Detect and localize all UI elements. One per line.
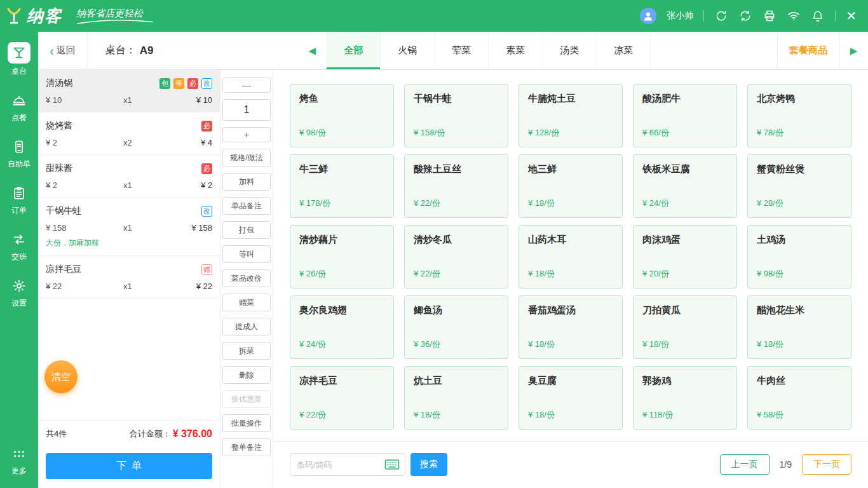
place-order-button[interactable]: 下单 [46, 453, 212, 479]
table-number: A9 [140, 44, 154, 57]
toolbar-button[interactable]: 删除 [222, 366, 271, 384]
user-avatar[interactable] [640, 8, 656, 24]
menu-item-card[interactable]: 干锅牛蛙 ¥ 158/份 [404, 84, 508, 147]
sidebar-item-order[interactable]: 点餐 [0, 86, 38, 128]
menu-item-price: ¥ 18/份 [642, 339, 728, 350]
badge-modified: 改 [201, 206, 212, 217]
menu-item-card[interactable]: 鲫鱼汤 ¥ 36/份 [404, 295, 508, 359]
menu-item-name: 奥尔良鸡翅 [299, 304, 384, 316]
menu-item-price: ¥ 36/份 [414, 339, 499, 350]
category-tab[interactable]: 素菜 [489, 32, 543, 69]
handover-icon[interactable] [714, 9, 728, 23]
menu-item-card[interactable]: 牛腩炖土豆 ¥ 128/份 [519, 84, 623, 147]
spacer [171, 32, 297, 69]
order-item[interactable]: 甜辣酱 必 ¥ 2 x1 ¥ 2 [38, 155, 220, 198]
toolbar-button[interactable]: 加料 [222, 173, 271, 191]
menu-item-name: 鲫鱼汤 [414, 304, 499, 316]
menu-item-price: ¥ 22/份 [414, 198, 499, 209]
menu-item-card[interactable]: 地三鲜 ¥ 18/份 [519, 154, 623, 218]
menu-item-price: ¥ 24/份 [299, 339, 384, 350]
sidebar-item-tables[interactable]: 桌台 [0, 37, 38, 82]
sync-icon[interactable] [738, 9, 752, 23]
order-item[interactable]: 清汤锅 包 等 必 改 ¥ 10 x1 ¥ 10 [38, 70, 220, 112]
qty-minus-button[interactable]: — [222, 78, 271, 93]
close-icon[interactable]: ✕ [846, 10, 857, 22]
menu-item-card[interactable]: 炕土豆 ¥ 18/份 [404, 366, 508, 430]
sidebar-item-label: 点餐 [11, 112, 27, 123]
menu-item-card[interactable]: 郭扬鸡 ¥ 118/份 [633, 366, 737, 430]
menu-item-card[interactable]: 铁板米豆腐 ¥ 24/份 [633, 154, 737, 218]
bell-icon [8, 91, 30, 110]
order-item[interactable]: 烧烤酱 必 ¥ 2 x2 ¥ 4 [38, 112, 220, 155]
toolbar-button[interactable]: 拆菜 [222, 342, 271, 360]
menu-item-card[interactable]: 牛肉丝 ¥ 58/份 [747, 366, 851, 430]
brand-logo-text: 纳客 [27, 5, 62, 27]
category-tab[interactable]: 火锅 [381, 32, 435, 69]
printer-icon[interactable] [763, 9, 776, 23]
chevron-left-icon: ‹ [50, 44, 54, 57]
tabs-scroll-right-icon[interactable]: ▶ [839, 32, 868, 69]
toolbar-button[interactable]: 整单备注 [222, 438, 271, 456]
prev-page-button[interactable]: 上一页 [720, 454, 770, 475]
sidebar-item-label: 更多 [11, 466, 27, 477]
tabs-scroll-left-icon[interactable]: ◀ [297, 32, 327, 69]
menu-item-card[interactable]: 牛三鲜 ¥ 178/份 [290, 154, 394, 218]
menu-item-card[interactable]: 北京烤鸭 ¥ 78/份 [747, 84, 851, 147]
wifi-icon[interactable] [787, 9, 801, 23]
menu-item-card[interactable]: 烤鱼 ¥ 98/份 [290, 84, 394, 147]
menu-item-card[interactable]: 臭豆腐 ¥ 18/份 [519, 366, 623, 430]
order-item-price: ¥ 2 [46, 138, 123, 147]
order-item[interactable]: 凉拌毛豆 赠 ¥ 22 x1 ¥ 22 [38, 256, 220, 299]
toolbar-button[interactable]: 等叫 [222, 245, 271, 263]
clear-order-button[interactable]: 清空 [44, 360, 78, 393]
category-tab[interactable]: 汤类 [543, 32, 597, 69]
menu-item-card[interactable]: 奥尔良鸡翅 ¥ 24/份 [290, 295, 394, 359]
menu-item-card[interactable]: 刀拍黄瓜 ¥ 18/份 [633, 295, 737, 359]
toolbar-button[interactable]: 菜品改价 [222, 269, 271, 287]
category-tab[interactable]: 荤菜 [435, 32, 489, 69]
toolbar-button[interactable]: 批量操作 [222, 414, 271, 432]
menu-item-card[interactable]: 番茄鸡蛋汤 ¥ 18/份 [519, 295, 623, 359]
category-tab[interactable]: 凉菜 [597, 32, 651, 69]
menu-item-card[interactable]: 清炒冬瓜 ¥ 22/份 [404, 225, 508, 288]
toolbar-button[interactable]: 单品备注 [222, 197, 271, 215]
menu-item-name: 刀拍黄瓜 [642, 304, 728, 316]
header-divider [703, 10, 704, 22]
notification-bell-icon[interactable] [811, 9, 825, 23]
order-item-note: 大份，加麻加辣 [46, 238, 212, 248]
menu-item-card[interactable]: 清炒藕片 ¥ 26/份 [290, 225, 394, 288]
brand-area: 纳客 纳客省店更轻松 [6, 5, 154, 27]
order-item-qty: x1 [123, 95, 168, 105]
menu-item-card[interactable]: 酸辣土豆丝 ¥ 22/份 [404, 154, 508, 218]
search-button[interactable]: 搜索 [410, 453, 447, 476]
toolbar-button[interactable]: 赠菜 [222, 294, 271, 311]
slogan-underline [76, 20, 154, 24]
sidebar-item-settings[interactable]: 设置 [0, 271, 38, 314]
toolbar-button[interactable]: 打包 [222, 221, 271, 239]
order-item-name: 清汤锅 [46, 78, 156, 89]
order-item[interactable]: 干锅牛蛙 改 ¥ 158 x1 ¥ 158 大份，加麻加辣 [38, 198, 220, 256]
toolbar-button[interactable]: 规格/做法 [222, 149, 271, 166]
sidebar-item-more[interactable]: 更多 [0, 439, 38, 482]
menu-item-card[interactable]: 肉沫鸡蛋 ¥ 20/份 [633, 225, 737, 288]
order-count: 共4件 [46, 428, 130, 440]
menu-item-card[interactable]: 酸汤肥牛 ¥ 66/份 [633, 84, 737, 147]
menu-item-card[interactable]: 山药木耳 ¥ 18/份 [519, 225, 623, 288]
sidebar-item-orders[interactable]: 订单 [0, 179, 38, 221]
order-item-name: 凉拌毛豆 [46, 264, 198, 275]
back-button[interactable]: ‹ 返回 [38, 32, 88, 69]
sidebar-item-shift[interactable]: 交班 [0, 225, 38, 268]
menu-item-card[interactable]: 土鸡汤 ¥ 98/份 [747, 225, 851, 288]
menu-item-card[interactable]: 蟹黄粉丝煲 ¥ 28/份 [747, 154, 851, 218]
toolbar-button[interactable]: 提成人 [222, 318, 271, 336]
combo-products-button[interactable]: 套餐商品 [777, 32, 839, 69]
menu-item-card[interactable]: 醋泡花生米 ¥ 18/份 [747, 295, 851, 359]
next-page-button[interactable]: 下一页 [802, 454, 851, 475]
menu-item-card[interactable]: 凉拌毛豆 ¥ 22/份 [290, 366, 394, 430]
keyboard-icon[interactable] [384, 458, 400, 471]
badge-required: 必 [201, 163, 212, 174]
sidebar-item-self-service[interactable]: 自助单 [0, 132, 38, 175]
category-tab[interactable]: 全部 [327, 32, 381, 69]
menu-item-name: 凉拌毛豆 [299, 375, 384, 387]
qty-plus-button[interactable]: + [222, 127, 271, 142]
